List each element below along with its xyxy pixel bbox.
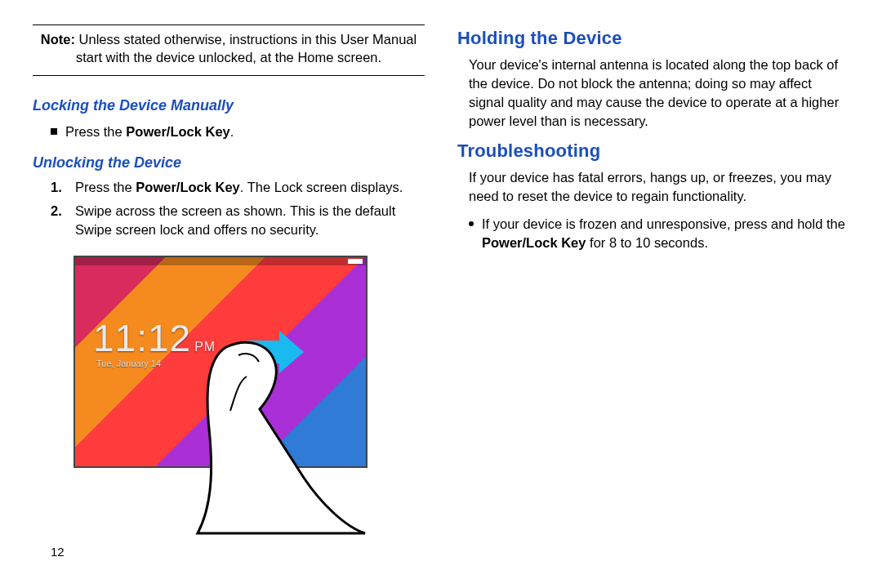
status-bar <box>75 257 366 265</box>
round-bullet-icon <box>469 221 474 226</box>
lock-bullet-pre: Press the <box>65 124 126 139</box>
hand-icon <box>181 339 369 535</box>
heading-troubleshooting: Troubleshooting <box>457 140 849 162</box>
lock-bullet: Press the Power/Lock Key. <box>51 122 425 141</box>
lock-bullet-post: . <box>230 124 234 139</box>
holding-text: Your device's internal antenna is locate… <box>469 56 849 131</box>
subheading-unlocking: Unlocking the Device <box>33 154 425 172</box>
step1-post: . The Lock screen displays. <box>240 180 403 194</box>
note-box: Note: Unless stated otherwise, instructi… <box>33 24 425 76</box>
right-column: Holding the Device Your device's interna… <box>457 24 849 572</box>
note-text: Unless stated otherwise, instructions in… <box>75 32 416 65</box>
step-1-num: 1. <box>51 178 67 197</box>
step-2: 2. Swipe across the screen as shown. Thi… <box>51 202 425 239</box>
page-number: 12 <box>51 545 65 559</box>
note-label: Note: <box>41 32 75 47</box>
left-column: Note: Unless stated otherwise, instructi… <box>33 24 425 572</box>
manual-page: Note: Unless stated otherwise, instructi… <box>0 0 882 588</box>
clock-date: Tue, January 14 <box>96 359 161 368</box>
step-1-text: Press the Power/Lock Key. The Lock scree… <box>75 178 403 197</box>
step-2-num: 2. <box>51 202 67 239</box>
ts-bullet-post: for 8 to 10 seconds. <box>586 235 708 250</box>
troubleshooting-bullet: If your device is frozen and unresponsiv… <box>469 215 849 252</box>
step1-pre: Press the <box>75 180 136 194</box>
step-2-text: Swipe across the screen as shown. This i… <box>75 202 425 239</box>
step-1: 1. Press the Power/Lock Key. The Lock sc… <box>51 178 425 197</box>
lock-screen-illustration: 11:12PM Tue, January 14 <box>74 256 368 468</box>
heading-holding: Holding the Device <box>457 28 849 49</box>
troubleshooting-bullet-text: If your device is frozen and unresponsiv… <box>482 215 849 252</box>
subheading-locking: Locking the Device Manually <box>33 97 425 114</box>
unlock-steps: 1. Press the Power/Lock Key. The Lock sc… <box>51 178 425 244</box>
lock-bullet-strong: Power/Lock Key <box>126 124 229 139</box>
lock-bullet-text: Press the Power/Lock Key. <box>65 122 234 141</box>
clock-time-value: 11:12 <box>93 317 191 359</box>
troubleshooting-intro: If your device has fatal errors, hangs u… <box>469 168 849 206</box>
ts-bullet-strong: Power/Lock Key <box>482 235 586 250</box>
square-bullet-icon <box>51 128 57 135</box>
step1-strong: Power/Lock Key <box>136 180 239 194</box>
ts-bullet-pre: If your device is frozen and unresponsiv… <box>482 216 845 231</box>
